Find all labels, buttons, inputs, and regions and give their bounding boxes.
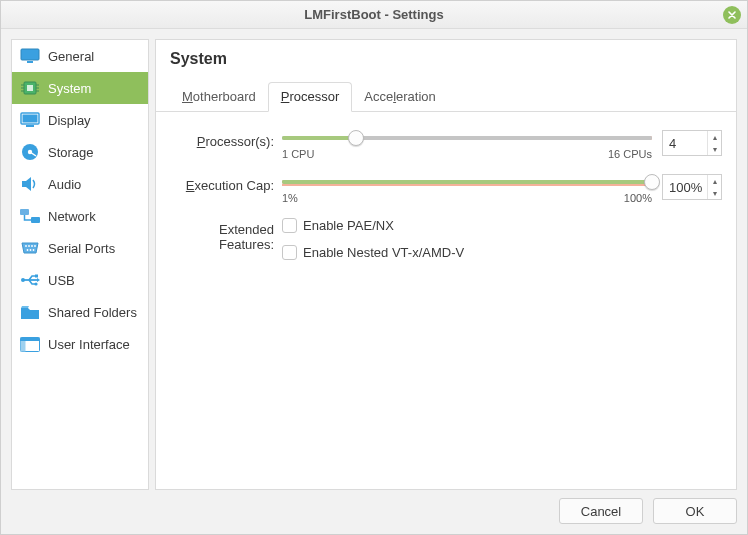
folder-icon (20, 303, 40, 321)
cancel-button[interactable]: Cancel (559, 498, 643, 524)
sidebar-item-system[interactable]: System (12, 72, 148, 104)
execution-cap-min-label: 1% (282, 192, 298, 204)
titlebar: LMFirstBoot - Settings (1, 1, 747, 29)
svg-point-17 (25, 245, 27, 247)
svg-point-26 (34, 282, 37, 285)
sidebar-item-label: Network (48, 209, 96, 224)
svg-rect-28 (21, 337, 40, 341)
execution-cap-step-down[interactable]: ▾ (708, 187, 721, 199)
dialog-buttons: Cancel OK (11, 490, 737, 524)
svg-rect-25 (35, 275, 38, 278)
checkbox-icon (282, 245, 297, 260)
tab-acceleration[interactable]: Acceleration (352, 83, 448, 111)
window-title: LMFirstBoot - Settings (304, 7, 443, 22)
processors-label: Processor(s): (170, 130, 282, 149)
sidebar-item-display[interactable]: Display (12, 104, 148, 136)
sidebar-item-network[interactable]: Network (12, 200, 148, 232)
system-tabs: Motherboard Processor Acceleration (156, 82, 736, 112)
svg-point-21 (27, 249, 29, 251)
svg-rect-15 (20, 209, 29, 215)
svg-point-22 (30, 249, 32, 251)
settings-content: System Motherboard Processor Acceleratio… (155, 39, 737, 490)
tab-motherboard[interactable]: Motherboard (170, 83, 268, 111)
execution-cap-value[interactable]: 100% (663, 175, 707, 199)
processors-min-label: 1 CPU (282, 148, 314, 160)
execution-cap-slider-thumb[interactable] (644, 174, 660, 190)
settings-window: LMFirstBoot - Settings General System Di… (0, 0, 748, 535)
svg-rect-3 (27, 85, 33, 91)
execution-cap-spinbox[interactable]: 100% ▴ ▾ (662, 174, 722, 200)
sidebar-item-label: System (48, 81, 91, 96)
ok-button[interactable]: OK (653, 498, 737, 524)
svg-point-19 (31, 245, 33, 247)
client-area: General System Display Storage Audio (1, 29, 747, 534)
checkbox-icon (282, 218, 297, 233)
usb-icon (20, 271, 40, 289)
processors-spinbox[interactable]: 4 ▴ ▾ (662, 130, 722, 156)
processors-step-up[interactable]: ▴ (708, 131, 721, 143)
svg-rect-16 (31, 217, 40, 223)
sidebar-item-shared-folders[interactable]: Shared Folders (12, 296, 148, 328)
sidebar-item-storage[interactable]: Storage (12, 136, 148, 168)
sidebar-item-label: General (48, 49, 94, 64)
layout-icon (20, 335, 40, 353)
page-title: System (170, 50, 722, 68)
network-icon (20, 207, 40, 225)
monitor-icon (20, 47, 40, 65)
svg-rect-1 (27, 61, 33, 63)
svg-rect-12 (26, 125, 34, 127)
sidebar-item-label: Display (48, 113, 91, 128)
sidebar-item-general[interactable]: General (12, 40, 148, 72)
settings-sidebar: General System Display Storage Audio (11, 39, 149, 490)
execution-cap-label: Execution Cap: (170, 174, 282, 193)
sidebar-item-usb[interactable]: USB (12, 264, 148, 296)
svg-rect-11 (23, 115, 38, 123)
svg-point-18 (28, 245, 30, 247)
processors-slider[interactable] (282, 130, 652, 146)
sidebar-item-label: Storage (48, 145, 94, 160)
close-icon (728, 11, 736, 19)
disk-icon (20, 143, 40, 161)
sidebar-item-user-interface[interactable]: User Interface (12, 328, 148, 360)
svg-rect-0 (21, 49, 39, 60)
enable-pae-nx-checkbox[interactable]: Enable PAE/NX (282, 218, 394, 233)
processor-tab-body: Processor(s): (156, 112, 736, 489)
window-close-button[interactable] (723, 6, 741, 24)
sidebar-item-label: USB (48, 273, 75, 288)
extended-features-label: Extended Features: (170, 218, 282, 252)
sidebar-item-label: User Interface (48, 337, 130, 352)
svg-point-23 (33, 249, 35, 251)
processors-max-label: 16 CPUs (608, 148, 652, 160)
sidebar-item-label: Shared Folders (48, 305, 137, 320)
sidebar-item-label: Serial Ports (48, 241, 115, 256)
chip-icon (20, 79, 40, 97)
enable-nested-vt-checkbox[interactable]: Enable Nested VT-x/AMD-V (282, 245, 464, 260)
execution-cap-slider[interactable] (282, 174, 652, 190)
serial-port-icon (20, 239, 40, 257)
processors-slider-thumb[interactable] (348, 130, 364, 146)
execution-cap-max-label: 100% (624, 192, 652, 204)
tab-processor[interactable]: Processor (268, 82, 353, 112)
processors-value[interactable]: 4 (663, 131, 707, 155)
processors-step-down[interactable]: ▾ (708, 143, 721, 155)
svg-rect-29 (21, 341, 26, 352)
display-icon (20, 111, 40, 129)
sidebar-item-serial-ports[interactable]: Serial Ports (12, 232, 148, 264)
execution-cap-step-up[interactable]: ▴ (708, 175, 721, 187)
sidebar-item-label: Audio (48, 177, 81, 192)
sidebar-item-audio[interactable]: Audio (12, 168, 148, 200)
speaker-icon (20, 175, 40, 193)
svg-point-20 (34, 245, 36, 247)
